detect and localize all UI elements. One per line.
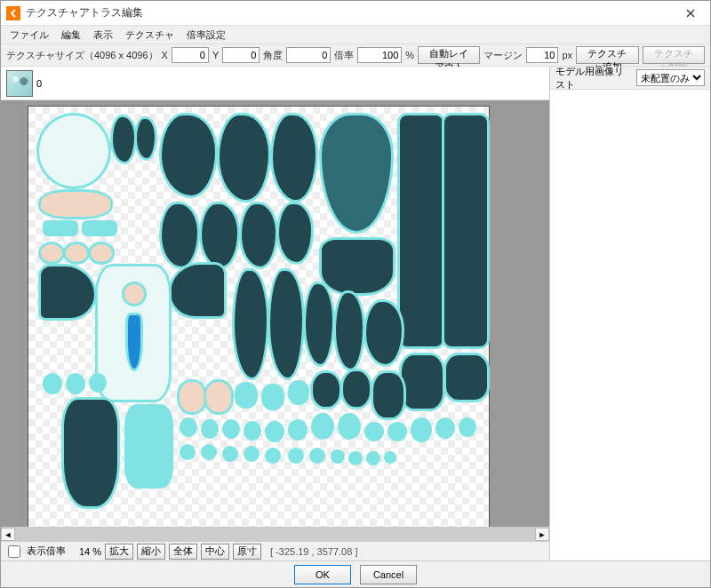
- zoom-checkbox[interactable]: [8, 545, 20, 558]
- menu-view[interactable]: 表示: [88, 27, 118, 44]
- atlas-piece[interactable]: [128, 315, 140, 369]
- atlas-piece[interactable]: [89, 373, 107, 393]
- y-input[interactable]: [222, 47, 260, 63]
- atlas-piece[interactable]: [273, 115, 316, 200]
- atlas-piece[interactable]: [387, 422, 407, 441]
- atlas-piece[interactable]: [311, 413, 334, 440]
- atlas-piece[interactable]: [244, 446, 260, 462]
- add-texture-button[interactable]: テクスチャ追加: [576, 46, 638, 64]
- atlas-piece[interactable]: [270, 271, 302, 377]
- atlas-canvas[interactable]: [28, 106, 490, 527]
- horizontal-scrollbar[interactable]: ◄ ►: [1, 527, 549, 541]
- atlas-piece[interactable]: [162, 115, 215, 195]
- atlas-piece[interactable]: [43, 220, 78, 236]
- atlas-piece[interactable]: [435, 417, 455, 439]
- image-list-body: [550, 90, 710, 560]
- atlas-piece[interactable]: [113, 117, 134, 162]
- angle-input[interactable]: [286, 47, 331, 63]
- zoom-out-button[interactable]: 縮小: [137, 544, 165, 560]
- x-input[interactable]: [172, 47, 209, 63]
- fit-all-button[interactable]: 全体: [169, 544, 197, 560]
- atlas-piece[interactable]: [242, 204, 276, 266]
- atlas-piece[interactable]: [91, 244, 112, 262]
- menu-file[interactable]: ファイル: [4, 27, 54, 44]
- atlas-piece[interactable]: [202, 204, 237, 266]
- atlas-piece[interactable]: [384, 451, 396, 464]
- atlas-piece[interactable]: [222, 446, 238, 462]
- atlas-piece[interactable]: [124, 284, 144, 304]
- center-button[interactable]: 中心: [201, 544, 229, 560]
- atlas-piece[interactable]: [41, 244, 62, 262]
- scroll-track[interactable]: [15, 528, 535, 541]
- menu-texture[interactable]: テクスチャ: [120, 27, 180, 44]
- scroll-left-arrow[interactable]: ◄: [1, 528, 15, 541]
- image-list-filter[interactable]: 未配置のみ: [636, 69, 705, 86]
- auto-layout-button[interactable]: 自動レイアウト: [418, 46, 480, 64]
- atlas-piece[interactable]: [459, 417, 476, 437]
- atlas-piece[interactable]: [235, 382, 258, 409]
- atlas-piece[interactable]: [162, 204, 197, 266]
- scroll-thumb[interactable]: [15, 528, 535, 541]
- atlas-piece[interactable]: [201, 444, 217, 460]
- atlas-piece[interactable]: [279, 204, 311, 262]
- atlas-piece[interactable]: [180, 382, 204, 412]
- close-button[interactable]: [676, 4, 705, 23]
- atlas-piece[interactable]: [331, 449, 345, 464]
- atlas-piece[interactable]: [137, 119, 155, 158]
- atlas-piece[interactable]: [288, 419, 308, 441]
- margin-input[interactable]: [526, 47, 558, 63]
- atlas-piece[interactable]: [39, 115, 108, 187]
- texture-thumb-0[interactable]: [6, 70, 33, 97]
- scale-input[interactable]: [357, 47, 402, 63]
- atlas-piece[interactable]: [265, 448, 281, 464]
- atlas-piece[interactable]: [180, 444, 196, 460]
- atlas-piece[interactable]: [343, 371, 370, 407]
- atlas-piece[interactable]: [64, 400, 117, 506]
- atlas-piece[interactable]: [66, 373, 85, 394]
- menu-ratio[interactable]: 倍率設定: [181, 27, 231, 44]
- atlas-piece[interactable]: [180, 417, 197, 437]
- ok-button[interactable]: OK: [294, 565, 351, 584]
- atlas-piece[interactable]: [41, 192, 110, 217]
- atlas-piece[interactable]: [43, 373, 62, 394]
- actual-size-button[interactable]: 原寸: [233, 544, 261, 560]
- atlas-piece[interactable]: [235, 271, 267, 377]
- atlas-piece[interactable]: [306, 284, 332, 364]
- atlas-piece[interactable]: [402, 355, 443, 409]
- atlas-piece[interactable]: [313, 373, 340, 407]
- atlas-piece[interactable]: [220, 115, 268, 200]
- atlas-piece[interactable]: [309, 448, 325, 464]
- atlas-piece[interactable]: [400, 115, 443, 346]
- atlas-piece[interactable]: [336, 293, 363, 369]
- atlas-piece[interactable]: [41, 266, 94, 318]
- atlas-piece[interactable]: [82, 220, 117, 236]
- atlas-piece[interactable]: [171, 265, 224, 316]
- atlas-piece[interactable]: [244, 421, 261, 441]
- atlas-piece[interactable]: [348, 451, 363, 465]
- titlebar: テクスチャアトラス編集: [1, 1, 710, 26]
- zoom-in-button[interactable]: 拡大: [105, 544, 133, 560]
- atlas-piece[interactable]: [338, 413, 361, 440]
- atlas-piece[interactable]: [322, 240, 393, 293]
- atlas-piece[interactable]: [364, 422, 384, 441]
- scroll-right-arrow[interactable]: ►: [535, 528, 549, 541]
- atlas-piece[interactable]: [322, 115, 391, 231]
- atlas-piece[interactable]: [373, 373, 403, 417]
- atlas-piece[interactable]: [288, 448, 304, 464]
- cancel-button[interactable]: Cancel: [360, 565, 417, 584]
- atlas-piece[interactable]: [411, 417, 432, 442]
- atlas-piece[interactable]: [66, 244, 87, 262]
- atlas-piece[interactable]: [366, 451, 380, 465]
- atlas-piece[interactable]: [265, 421, 284, 442]
- atlas-piece[interactable]: [261, 384, 284, 410]
- atlas-piece[interactable]: [446, 355, 487, 400]
- atlas-piece[interactable]: [206, 382, 231, 412]
- canvas-viewport[interactable]: [1, 100, 549, 527]
- atlas-piece[interactable]: [222, 419, 240, 439]
- atlas-piece[interactable]: [444, 115, 487, 346]
- atlas-piece[interactable]: [288, 380, 309, 405]
- menu-edit[interactable]: 編集: [56, 27, 86, 44]
- atlas-piece[interactable]: [124, 404, 173, 489]
- atlas-piece[interactable]: [201, 419, 219, 439]
- atlas-piece[interactable]: [366, 302, 402, 364]
